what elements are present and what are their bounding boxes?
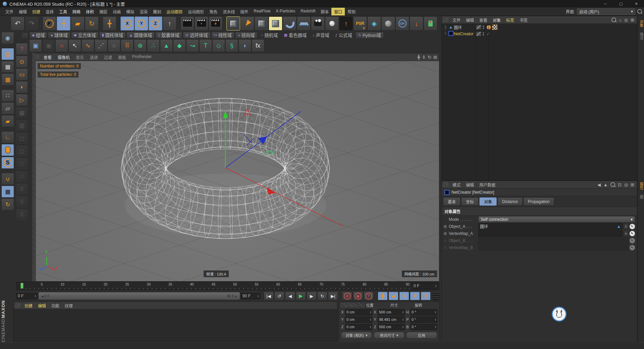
gap[interactable] [1,169,13,172]
viewport-menu-item[interactable]: 查看 [41,54,55,61]
gap[interactable] [1,86,13,89]
minimize-button[interactable]: ─ [598,0,613,7]
voronoi-icon[interactable]: ◆ [173,39,186,52]
polygons-mode-icon[interactable]: ▰ [1,115,14,127]
menu-item[interactable]: 选择 [43,8,56,15]
object-name[interactable]: NetCreator [454,32,476,36]
move-tool-icon[interactable]: ╋ [57,16,70,31]
render-settings-icon[interactable]: ∗ [209,16,222,31]
fracture-icon[interactable]: ▲ [160,39,173,52]
object-row-netcreator[interactable]: └ NetCreator ✓ [442,31,637,37]
render-view-icon[interactable] [180,16,194,31]
viewport-rotate-icon[interactable]: ↻ [428,55,431,60]
poly-select-icon[interactable]: ▷ [16,94,28,106]
viewport-menu-item[interactable]: 面板 [115,54,129,61]
panel-grip[interactable] [443,182,448,187]
object-a-field[interactable]: 圆环▲ [478,223,623,230]
sphere-wire-icon[interactable]: ○ [16,170,28,183]
sound-field-button[interactable]: ♪声音域 [310,32,332,39]
stage-icon[interactable]: ↑ [339,16,353,31]
step-points-icon[interactable]: ⋰ [95,39,107,52]
motext-icon[interactable]: T [199,39,212,52]
menu-item[interactable]: 纹理 [62,302,75,309]
visibility-dots[interactable] [483,32,484,36]
menu-item[interactable]: 捕捉 [97,8,110,15]
viewport-menu-item[interactable]: 过滤 [101,54,115,61]
viewport-menu-item[interactable]: 摄像机 [55,54,73,61]
panel-vertical-tab[interactable]: 场次 [638,30,644,43]
cloner-disabled-icon[interactable]: ▣ [42,39,55,52]
pipeline-icon[interactable]: ↓ [410,16,423,31]
search-icon[interactable] [637,9,642,14]
primitive-cube-icon[interactable] [226,16,240,31]
matrix-icon[interactable]: ⠶ [55,39,68,52]
vertexmap-a-field[interactable] [478,230,623,237]
spline-paint-icon[interactable]: ∿ [82,39,94,52]
menu-item[interactable]: 查看 [477,16,490,24]
texture-mode-icon[interactable]: ▩ [1,61,14,73]
toolbar-separator[interactable] [39,17,42,30]
position-field[interactable]: 0 cm▴▾ [345,309,372,315]
menu-item[interactable]: 创建 [22,302,35,309]
toolbar-grip[interactable] [22,33,28,38]
torus-field-button[interactable]: ◎远环体域 [183,32,211,39]
menu-item[interactable]: 文件 [3,8,16,15]
position-field[interactable]: 0 cm▴▾ [345,324,372,330]
size-field[interactable]: 500 cm▴▾ [378,324,405,330]
add-icon[interactable]: ⊞ [631,17,634,22]
fracture-tool-icon[interactable]: ▩ [16,107,28,119]
next-frame-button[interactable]: ▶ [307,292,317,300]
record-keyframe-button[interactable]: ⊘ [342,292,352,300]
previous-frame-button[interactable]: ◀ [285,292,295,300]
toolbar-separator[interactable] [223,17,226,30]
tracer-icon[interactable]: ↝ [186,39,199,52]
menu-item[interactable]: 帮助 [345,8,358,15]
gap[interactable] [1,128,13,131]
random-field-button[interactable]: ∴随机域 [258,32,280,39]
sphere-field-button[interactable]: ●球体域 [48,32,70,39]
menu-item[interactable]: 编辑 [16,8,30,15]
axis-x-lock-icon[interactable]: X [120,16,134,31]
attribute-tab[interactable]: 坐标 [461,197,479,206]
live-selection-icon[interactable]: ◤ [43,16,56,31]
viewport-pan-icon[interactable]: ╋ [417,55,420,60]
spline-cursor-icon[interactable]: ↖ [68,39,81,52]
mouse-mode-icon[interactable] [1,144,14,156]
clone-tool-icon[interactable]: ◻ [16,145,28,157]
history-up-icon[interactable]: ▲ [603,182,608,187]
menu-item[interactable]: 插件 [237,8,251,15]
dots-grid-icon[interactable]: ⠿ [16,183,28,195]
link-menu-icon[interactable]: ▸ [624,231,628,236]
home-icon[interactable]: ⌂ [619,17,622,22]
rotation-field[interactable]: 0 °▴▾ [410,324,437,330]
menu-item[interactable]: 用户数据 [477,181,498,189]
menu-item[interactable]: 运动跟踪 [164,8,185,15]
viewport-zoom-icon[interactable]: ⇕ [422,55,426,60]
search-icon[interactable] [611,17,616,22]
qr-icon[interactable]: QR [395,16,409,31]
animation-toggle-icon[interactable]: ◎ [443,224,447,229]
loop-button[interactable]: ↻ [317,292,327,300]
preview-range-slider[interactable]: ◀ 0 F 90 F ▸ [38,292,240,300]
earth-icon[interactable]: ◉ [1,32,14,44]
python-field-button[interactable]: ∿Python域 [356,32,384,39]
floor-icon[interactable] [297,16,311,31]
autokey-button[interactable]: ◉ [353,292,363,300]
goto-end-button[interactable]: ▶| [328,292,338,300]
object-row-torus[interactable]: ├ ▲ 圆环 [442,24,637,31]
key-position-button[interactable]: ╋ [378,292,388,300]
menu-item[interactable]: 对象 [490,16,503,24]
menu-item[interactable]: 模式 [450,181,463,189]
menu-item[interactable]: 文件 [450,16,463,24]
rotation-field[interactable]: 0 °▴▾ [410,316,437,323]
menu-item[interactable]: 模拟 [123,8,137,15]
viewport-canvas[interactable]: Number of emitters: 0 Total live particl… [33,61,439,281]
circle-points-icon[interactable]: ◌ [108,39,120,52]
menu-item[interactable]: 脚本 [318,8,331,15]
menu-item[interactable]: 渲染 [137,8,150,15]
viewport-resize-handle[interactable] [32,53,36,281]
dots-grid-icon[interactable]: ⠿ [16,209,28,221]
key-pla-button[interactable]: ⠿ [421,292,431,300]
undo-icon[interactable]: ↶ [11,16,24,31]
panel-grip[interactable] [443,17,448,22]
